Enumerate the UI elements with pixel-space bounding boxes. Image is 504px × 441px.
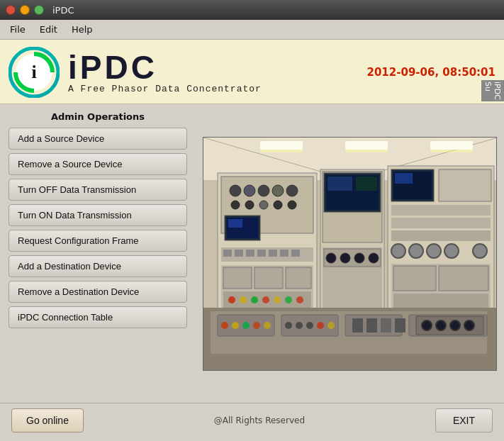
svg-rect-98 xyxy=(260,141,303,150)
svg-rect-59 xyxy=(395,173,413,184)
svg-point-83 xyxy=(264,322,271,329)
svg-point-88 xyxy=(327,322,335,329)
svg-rect-25 xyxy=(223,250,232,257)
svg-rect-30 xyxy=(280,250,289,257)
exit-button[interactable]: EXIT xyxy=(435,408,493,432)
svg-point-84 xyxy=(285,322,292,329)
left-panel: Admin Operations Add a Source Device Rem… xyxy=(0,104,196,403)
svg-point-66 xyxy=(427,244,441,258)
svg-point-96 xyxy=(450,320,460,330)
svg-point-17 xyxy=(245,201,254,209)
svg-point-81 xyxy=(242,322,250,329)
svg-rect-33 xyxy=(223,267,252,289)
menu-help[interactable]: Help xyxy=(65,21,100,38)
maximize-button[interactable] xyxy=(34,5,44,15)
menubar: File Edit Help xyxy=(0,20,504,40)
svg-point-53 xyxy=(340,253,350,263)
svg-point-65 xyxy=(409,244,423,258)
svg-point-20 xyxy=(288,201,296,209)
svg-rect-31 xyxy=(291,250,300,257)
svg-rect-90 xyxy=(366,318,377,333)
svg-rect-28 xyxy=(257,250,266,257)
svg-point-39 xyxy=(251,296,258,303)
svg-rect-71 xyxy=(439,266,488,291)
svg-point-42 xyxy=(285,296,292,303)
svg-rect-102 xyxy=(345,150,388,152)
svg-point-18 xyxy=(259,201,268,209)
admin-ops-title: Admin Operations xyxy=(9,111,187,122)
svg-point-80 xyxy=(232,322,239,329)
main-content: Admin Operations Add a Source Device Rem… xyxy=(0,104,504,403)
svg-rect-34 xyxy=(254,267,283,289)
svg-point-43 xyxy=(296,296,303,303)
turn-off-transmission-button[interactable]: Turn OFF Data Transmission xyxy=(9,179,187,201)
remove-destination-device-button[interactable]: Remove a Destination Device xyxy=(9,281,187,303)
side-label: iPDCSu xyxy=(481,80,504,101)
svg-point-87 xyxy=(317,322,324,329)
svg-point-37 xyxy=(228,296,235,303)
svg-point-54 xyxy=(354,253,364,263)
svg-point-15 xyxy=(286,185,298,196)
turn-on-transmission-button[interactable]: Turn ON Data Transmission xyxy=(9,204,187,226)
svg-rect-99 xyxy=(345,141,388,150)
svg-point-95 xyxy=(436,320,446,330)
svg-rect-27 xyxy=(246,250,254,257)
svg-text:i: i xyxy=(31,62,36,82)
header: i iPDC A Free Phasor Data Concentrator 2… xyxy=(0,40,504,104)
menu-file[interactable]: File xyxy=(3,21,33,38)
svg-rect-62 xyxy=(391,218,491,228)
logo-icon: i xyxy=(9,47,60,98)
go-online-button[interactable]: Go online xyxy=(11,408,84,432)
svg-point-82 xyxy=(253,322,260,329)
svg-point-68 xyxy=(473,244,487,258)
footer: Go online @All Rights Reserved EXIT xyxy=(0,403,504,437)
svg-rect-92 xyxy=(395,318,405,333)
svg-rect-70 xyxy=(393,266,436,291)
copyright-text: @All Rights Reserved xyxy=(214,415,305,425)
control-room-image xyxy=(203,137,497,371)
svg-point-13 xyxy=(258,185,269,196)
svg-point-19 xyxy=(274,201,282,209)
svg-point-38 xyxy=(240,296,247,303)
menu-edit[interactable]: Edit xyxy=(33,21,65,38)
remove-source-device-button[interactable]: Remove a Source Device xyxy=(9,153,187,175)
svg-point-52 xyxy=(326,253,336,263)
svg-rect-89 xyxy=(352,318,363,333)
app-subtitle: A Free Phasor Data Concentrator xyxy=(68,84,262,94)
svg-point-85 xyxy=(296,322,303,329)
svg-rect-100 xyxy=(430,141,473,150)
ipdc-connection-table-button[interactable]: iPDC Connection Table xyxy=(9,306,187,328)
svg-rect-101 xyxy=(260,150,303,152)
svg-rect-60 xyxy=(439,169,491,201)
svg-rect-26 xyxy=(235,250,243,257)
logo-text: iPDC A Free Phasor Data Concentrator xyxy=(68,51,262,94)
titlebar: iPDC xyxy=(0,0,504,20)
svg-point-64 xyxy=(391,244,405,258)
logo-area: i iPDC A Free Phasor Data Concentrator xyxy=(9,47,262,98)
svg-point-94 xyxy=(422,320,432,330)
app-title: iPDC xyxy=(68,51,262,84)
svg-point-86 xyxy=(306,322,313,329)
svg-rect-23 xyxy=(228,219,242,228)
request-config-frame-button[interactable]: Request Configuration Frame xyxy=(9,230,187,252)
svg-point-41 xyxy=(274,296,281,303)
svg-rect-63 xyxy=(391,230,491,241)
minimize-button[interactable] xyxy=(20,5,30,15)
svg-rect-91 xyxy=(381,318,391,333)
svg-rect-48 xyxy=(327,177,352,191)
svg-rect-35 xyxy=(286,267,311,289)
svg-point-11 xyxy=(230,185,241,196)
right-panel xyxy=(196,104,504,403)
svg-point-79 xyxy=(221,322,228,329)
svg-rect-29 xyxy=(269,250,277,257)
svg-rect-49 xyxy=(356,177,377,191)
add-destination-device-button[interactable]: Add a Destination Device xyxy=(9,255,187,277)
svg-rect-61 xyxy=(391,205,491,216)
svg-point-16 xyxy=(231,201,240,209)
svg-point-55 xyxy=(369,253,379,263)
add-source-device-button[interactable]: Add a Source Device xyxy=(9,128,187,150)
datetime-display: 2012-09-06, 08:50:01 xyxy=(367,66,496,79)
close-button[interactable] xyxy=(6,5,16,15)
datetime-area: 2012-09-06, 08:50:01 xyxy=(367,66,496,79)
svg-rect-103 xyxy=(430,150,473,152)
